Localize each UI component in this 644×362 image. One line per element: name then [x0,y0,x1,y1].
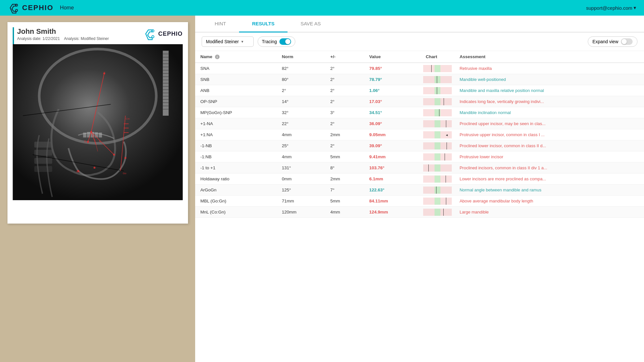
chart-red-right [440,142,452,149]
chart-red-right [440,187,452,194]
chart-red-right [440,175,452,183]
cell-chart: ◂ [421,129,454,140]
cell-plusminus: 2° [325,63,364,74]
svg-point-51 [113,154,115,156]
expand-view-toggle[interactable]: Expand view [588,36,637,47]
cell-plusminus: 8° [325,162,364,174]
tracing-toggle-switch[interactable] [279,38,291,45]
cell-norm: 120mm [276,207,325,218]
table-row: -1:NB 4mm 5mm 9.41mm Protrusive lower in… [195,151,644,162]
chart-bar [423,87,452,94]
cell-chart [421,118,454,129]
cell-value: 36.09° [364,118,421,129]
tracing-label: Tracing [262,39,277,44]
patient-name: John Smith [17,27,109,36]
chart-bar [423,120,452,127]
cell-norm: 131° [276,162,325,174]
expand-view-switch[interactable] [621,38,633,45]
cell-chart [421,151,454,162]
table-row: SNB 80° 2° 78.79° Mandible well-position… [195,74,644,85]
chart-red-left [423,76,435,83]
col-assessment: Assessment [454,51,644,63]
chart-line-indicator [431,65,432,72]
cell-norm: 82° [276,63,325,74]
chart-green-zone [435,87,440,94]
cell-plusminus: 2° [325,140,364,151]
chart-bar [423,198,452,205]
table-row: Holdaway ratio 0mm 2mm 6.1mm Lower incis… [195,174,644,185]
cell-norm: 32° [276,107,325,118]
chart-bar [423,76,452,83]
cell-norm: 71mm [276,196,325,207]
chart-red-left [423,164,435,172]
cell-name: +1-NA [195,118,276,129]
support-email-dropdown[interactable]: support@cephio.com ▾ [586,5,636,11]
tracing-toggle-group[interactable]: Tracing [258,36,295,47]
analysis-dropdown[interactable]: Modified Steiner ▾ [202,36,254,47]
nav-home[interactable]: Home [60,5,74,11]
cell-plusminus: 2° [325,74,364,85]
controls-bar: Modified Steiner ▾ Tracing Expand view [195,32,644,51]
chart-green-zone [435,98,440,105]
name-info-icon[interactable]: i [215,55,220,59]
chart-red-left [423,175,435,183]
chart-red-left [423,87,435,94]
chart-green-zone [435,142,440,149]
cell-value: 6.1mm [364,174,421,185]
cell-norm: 80° [276,74,325,85]
cell-value: 103.76° [364,162,421,174]
chart-arrow-indicator: ◂ [446,133,448,136]
svg-point-49 [90,131,92,133]
app-header: CEPHIO Home support@cephio.com ▾ [0,0,644,16]
cell-name: MBL (Go:Gn) [195,196,276,207]
chart-green-zone [435,164,440,172]
cell-plusminus: 4mm [325,207,364,218]
right-panel: HINT RESULTS SAVE AS Modified Steiner ▾ … [195,16,644,362]
chart-red-left [423,142,435,149]
cell-value: 9.05mm [364,129,421,140]
cell-value: 79.85° [364,63,421,74]
cell-chart [421,174,454,185]
chart-line-indicator [437,87,437,94]
cell-name: MP(GoGn)-SNP [195,107,276,118]
cephio-logo-icon [8,2,20,14]
tab-hint[interactable]: HINT [202,16,239,32]
xray-svg: S A B Gn Go S Cm [13,44,183,200]
patient-info: John Smith Analysis date: 1/22/2021 Anal… [13,27,109,41]
cell-chart [421,207,454,218]
results-table-container: Name i Norm +/- Value Chart Assessment S… [195,51,644,362]
logo[interactable]: CEPHIO [8,2,53,14]
xray-paper: John Smith Analysis date: 1/22/2021 Anal… [7,22,188,224]
chart-red-right [440,98,452,105]
cell-value: 122.63° [364,185,421,196]
table-row: MP(GoGn)-SNP 32° 3° 34.51° Mandible incl… [195,107,644,118]
cell-norm: 125° [276,185,325,196]
svg-text:S: S [84,140,86,143]
cell-value: 78.79° [364,74,421,85]
cell-plusminus: 5mm [325,196,364,207]
cell-norm: 4mm [276,151,325,162]
xray-paper-header: John Smith Analysis date: 1/22/2021 Anal… [13,27,183,41]
tab-results[interactable]: RESULTS [239,16,288,32]
dropdown-label: Modified Steiner [206,39,239,44]
svg-text:Go: Go [123,172,126,175]
chart-line-indicator [446,175,446,183]
chart-line-indicator [436,187,436,194]
svg-rect-12 [83,133,86,137]
cell-assessment: Proclined lower incisor, common in class… [454,140,644,151]
dropdown-arrow-icon: ▾ [241,39,243,44]
tab-save-as[interactable]: SAVE AS [288,16,334,32]
chart-bar [423,153,452,161]
table-row: -1-NB 25° 2° 39.09° Proclined lower inci… [195,140,644,151]
cell-assessment: Protrusive lower incisor [454,151,644,162]
cell-name: ANB [195,85,276,96]
cell-chart [421,185,454,196]
chart-red-right [440,164,452,172]
chart-red-left [423,65,435,72]
svg-text:A: A [87,141,89,144]
email-dropdown-arrow: ▾ [634,5,636,11]
chart-green-zone [435,187,440,194]
cell-assessment: Protrusive upper incisor, common in clas… [454,129,644,140]
svg-rect-15 [95,132,98,137]
chart-line-indicator [439,109,439,116]
